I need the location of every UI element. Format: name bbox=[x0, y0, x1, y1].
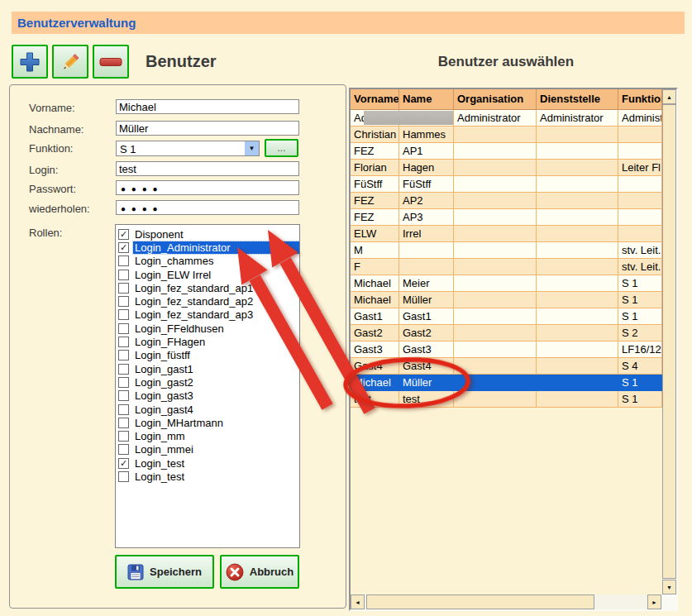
checkbox[interactable] bbox=[118, 309, 129, 320]
role-item[interactable]: Login_test bbox=[116, 470, 299, 483]
vorname-input[interactable] bbox=[116, 99, 299, 114]
role-item[interactable]: Login_ELW Irrel bbox=[116, 268, 299, 281]
role-item[interactable]: Login_FHagen bbox=[116, 335, 299, 348]
cell-dienststelle bbox=[537, 325, 618, 341]
checkbox[interactable] bbox=[118, 323, 129, 334]
cell-funktion: S 4 bbox=[618, 358, 662, 375]
column-header-dienststelle[interactable]: Dienststelle bbox=[537, 89, 618, 110]
vertical-scrollbar-thumb[interactable] bbox=[662, 104, 676, 579]
role-item[interactable]: Login_FFeldhusen bbox=[116, 322, 299, 335]
table-row[interactable]: FüStffFüStff bbox=[351, 176, 662, 193]
remove-user-button[interactable] bbox=[93, 45, 129, 79]
cell-organisation bbox=[454, 160, 537, 176]
table-row[interactable]: Fstv. Leit. bbox=[351, 259, 662, 275]
table-row[interactable]: MichaelMeierS 1 bbox=[351, 275, 662, 292]
horizontal-scrollbar-thumb[interactable] bbox=[366, 595, 594, 609]
cell-dienststelle bbox=[537, 375, 618, 391]
table-row[interactable]: FEZAP2 bbox=[351, 193, 662, 209]
table-row[interactable]: Gast1Gast1S 1 bbox=[351, 308, 662, 325]
checkbox[interactable] bbox=[118, 471, 129, 482]
checkbox[interactable] bbox=[118, 390, 129, 401]
table-row[interactable]: ELWIrrel bbox=[351, 226, 662, 242]
table-row[interactable]: MichaelMüllerS 1 bbox=[351, 292, 662, 308]
column-header-vorname[interactable]: Vorname bbox=[351, 89, 399, 110]
role-item[interactable]: Login_mmei bbox=[116, 443, 299, 456]
table-row[interactable]: testtestS 1 bbox=[351, 391, 662, 408]
table-row[interactable]: FEZAP3 bbox=[351, 209, 662, 226]
role-item[interactable]: Login_mm bbox=[116, 429, 299, 442]
table-row[interactable]: MichaelMüllerS 1 bbox=[351, 375, 662, 391]
edit-user-button[interactable] bbox=[52, 45, 88, 79]
login-input[interactable] bbox=[116, 161, 299, 176]
role-item[interactable]: ✓Login_Administrator bbox=[116, 241, 299, 254]
table-row[interactable]: ChristianHammes bbox=[351, 127, 662, 143]
scroll-left-button[interactable]: ◄ bbox=[351, 595, 365, 609]
role-item[interactable]: Login_MHartmann bbox=[116, 416, 299, 429]
cell-funktion bbox=[618, 193, 662, 209]
cell-dienststelle bbox=[537, 176, 618, 193]
cell-dienststelle bbox=[537, 242, 618, 259]
role-item[interactable]: Login_gast4 bbox=[116, 403, 299, 416]
roles-listbox[interactable]: ✓Disponent✓Login_AdministratorLogin_cham… bbox=[115, 224, 300, 548]
role-item[interactable]: ✓Login_test bbox=[116, 456, 299, 470]
scroll-right-button[interactable]: ► bbox=[647, 595, 661, 609]
checkbox[interactable] bbox=[118, 337, 129, 347]
column-header-funktion[interactable]: Funktion bbox=[618, 89, 662, 110]
page-title: Benutzerverwaltung bbox=[17, 16, 136, 30]
checkbox[interactable] bbox=[118, 270, 129, 280]
cell-dienststelle bbox=[537, 127, 618, 143]
role-item[interactable]: Login_gast1 bbox=[116, 362, 299, 375]
role-item-label: Login_Administrator bbox=[133, 241, 299, 254]
horizontal-scrollbar[interactable]: ◄ ► bbox=[351, 595, 662, 609]
table-row[interactable]: Mstv. Leit. bbox=[351, 242, 662, 259]
cell-funktion: stv. Leit. bbox=[618, 259, 662, 275]
role-item[interactable]: Login_gast2 bbox=[116, 375, 299, 389]
checkbox[interactable] bbox=[118, 444, 129, 455]
role-item[interactable]: Login_fez_standard_ap1 bbox=[116, 281, 299, 294]
scroll-up-button[interactable]: ▲ bbox=[662, 89, 676, 104]
column-header-name[interactable]: Name bbox=[399, 89, 454, 110]
funktion-label: Funktion: bbox=[29, 142, 73, 155]
funktion-more-button[interactable]: ... bbox=[265, 139, 298, 157]
checkbox[interactable]: ✓ bbox=[118, 458, 129, 469]
checkbox[interactable] bbox=[118, 350, 129, 361]
funktion-dropdown[interactable]: S 1 ▼ bbox=[116, 141, 260, 156]
save-button[interactable]: Speichern bbox=[115, 555, 214, 589]
role-item[interactable]: Login_fez_standard_ap2 bbox=[116, 294, 299, 308]
checkbox[interactable] bbox=[118, 296, 129, 307]
checkbox[interactable] bbox=[118, 431, 129, 442]
passwort-input[interactable]: ● ● ● ● bbox=[116, 180, 299, 195]
cell-vorname: M bbox=[351, 242, 399, 259]
role-item[interactable]: Login_gast3 bbox=[116, 389, 299, 403]
role-item[interactable]: Login_füstff bbox=[116, 349, 299, 362]
role-item[interactable]: Login_chammes bbox=[116, 255, 299, 268]
cell-vorname: FüStff bbox=[351, 176, 399, 193]
role-item[interactable]: Login_fez_standard_ap3 bbox=[116, 308, 299, 322]
nachname-input[interactable] bbox=[116, 121, 299, 136]
table-row[interactable]: Gast3Gast3LF16/12 bbox=[351, 341, 662, 358]
cell-organisation bbox=[454, 259, 537, 275]
wiederholen-input[interactable]: ● ● ● ● bbox=[116, 200, 299, 215]
checkbox[interactable] bbox=[118, 364, 129, 375]
checkbox[interactable]: ✓ bbox=[118, 229, 129, 240]
table-row[interactable]: FEZAP1 bbox=[351, 143, 662, 160]
scroll-down-button[interactable]: ▼ bbox=[662, 580, 676, 595]
vertical-scrollbar[interactable]: ▲ ▼ bbox=[662, 89, 676, 595]
table-row[interactable]: Gast4Gast4S 4 bbox=[351, 358, 662, 375]
checkbox[interactable] bbox=[118, 255, 129, 266]
checkbox[interactable]: ✓ bbox=[118, 242, 129, 253]
checkbox[interactable] bbox=[118, 404, 129, 415]
checkbox[interactable] bbox=[118, 418, 129, 428]
checkbox[interactable] bbox=[118, 377, 129, 388]
table-row[interactable]: Gast2Gast2S 2 bbox=[351, 325, 662, 341]
role-item[interactable]: ✓Disponent bbox=[116, 227, 299, 241]
checkbox[interactable] bbox=[118, 283, 129, 294]
cell-dienststelle bbox=[537, 308, 618, 325]
cancel-button[interactable]: Abbruch bbox=[220, 555, 299, 589]
add-user-button[interactable] bbox=[12, 45, 48, 79]
column-header-organisation[interactable]: Organisation bbox=[454, 89, 537, 110]
table-row[interactable]: FlorianHagenLeiter Fl bbox=[351, 160, 662, 176]
user-table-body: Adminis...Adminis...AdministratorAdminis… bbox=[351, 110, 662, 408]
role-item-label: Login_mm bbox=[133, 430, 187, 442]
cell-name: Müller bbox=[399, 292, 454, 308]
